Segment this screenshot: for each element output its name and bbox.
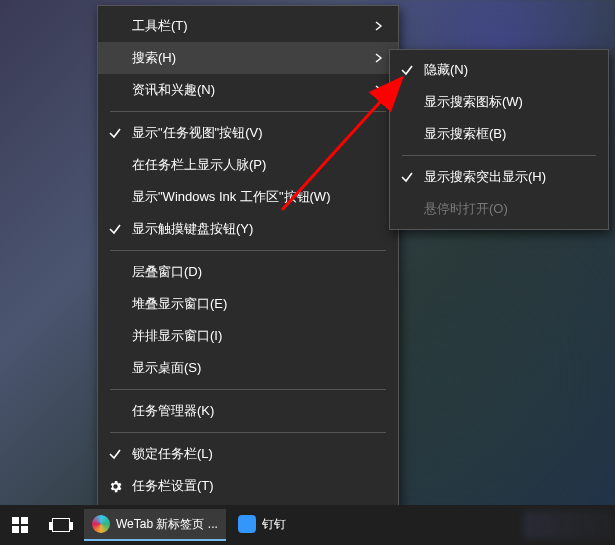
dingtalk-icon [238,515,256,533]
submenu-open-on-hover: 悬停时打开(O) [390,193,608,225]
menu-separator [110,432,386,433]
task-view-icon [52,518,70,532]
menu-touchkb-label: 显示触摸键盘按钮(Y) [132,220,370,238]
menu-sidebyside-windows[interactable]: 并排显示窗口(I) [98,320,398,352]
taskbar-app-dingtalk-label: 钉钉 [262,516,286,533]
check-icon [98,222,132,236]
task-view-button[interactable] [40,505,82,545]
menu-search-label: 搜索(H) [132,49,370,67]
check-icon [98,126,132,140]
chevron-right-icon [370,85,388,95]
chevron-right-icon [370,53,388,63]
menu-news-interests[interactable]: 资讯和兴趣(N) [98,74,398,106]
menu-news-label: 资讯和兴趣(N) [132,81,370,99]
menu-task-manager[interactable]: 任务管理器(K) [98,395,398,427]
menu-taskview-label: 显示"任务视图"按钮(V) [132,124,370,142]
submenu-show-search-box[interactable]: 显示搜索框(B) [390,118,608,150]
menu-separator [110,389,386,390]
menu-settings-label: 任务栏设置(T) [132,477,370,495]
menu-show-taskview-button[interactable]: 显示"任务视图"按钮(V) [98,117,398,149]
menu-lock-taskbar[interactable]: 锁定任务栏(L) [98,438,398,470]
submenu-showbox-label: 显示搜索框(B) [424,125,580,143]
check-icon [390,170,424,184]
menu-cascade-label: 层叠窗口(D) [132,263,370,281]
menu-lock-label: 锁定任务栏(L) [132,445,370,463]
submenu-show-highlights[interactable]: 显示搜索突出显示(H) [390,161,608,193]
submenu-highlights-label: 显示搜索突出显示(H) [424,168,580,186]
taskbar[interactable]: WeTab 新标签页 ... 钉钉 [0,505,615,545]
check-icon [390,63,424,77]
menu-showdesktop-label: 显示桌面(S) [132,359,370,377]
taskbar-app-wetab-label: WeTab 新标签页 ... [116,516,218,533]
menu-search[interactable]: 搜索(H) [98,42,398,74]
taskbar-app-dingtalk[interactable]: 钉钉 [230,509,294,541]
menu-separator [110,111,386,112]
menu-sidebyside-label: 并排显示窗口(I) [132,327,370,345]
menu-toolbars[interactable]: 工具栏(T) [98,10,398,42]
menu-separator [402,155,596,156]
submenu-show-search-icon[interactable]: 显示搜索图标(W) [390,86,608,118]
menu-stacked-label: 堆叠显示窗口(E) [132,295,370,313]
menu-taskbar-settings[interactable]: 任务栏设置(T) [98,470,398,502]
search-submenu: 隐藏(N) 显示搜索图标(W) 显示搜索框(B) 显示搜索突出显示(H) 悬停时… [389,49,609,230]
check-icon [98,447,132,461]
menu-show-ink-workspace[interactable]: 显示"Windows Ink 工作区"按钮(W) [98,181,398,213]
chevron-right-icon [370,21,388,31]
taskbar-context-menu: 工具栏(T) 搜索(H) 资讯和兴趣(N) 显示"任务视图"按钮(V) 在任务栏… [97,5,399,507]
menu-toolbars-label: 工具栏(T) [132,17,370,35]
gear-icon [98,479,132,494]
windows-logo-icon [12,517,28,533]
system-tray[interactable] [523,511,613,539]
edge-icon [92,515,110,533]
submenu-openhover-label: 悬停时打开(O) [424,200,580,218]
taskbar-app-wetab[interactable]: WeTab 新标签页 ... [84,509,226,541]
start-button[interactable] [0,505,40,545]
submenu-hidden[interactable]: 隐藏(N) [390,54,608,86]
menu-taskmgr-label: 任务管理器(K) [132,402,370,420]
menu-stacked-windows[interactable]: 堆叠显示窗口(E) [98,288,398,320]
menu-people-label: 在任务栏上显示人脉(P) [132,156,370,174]
menu-separator [110,250,386,251]
menu-ink-label: 显示"Windows Ink 工作区"按钮(W) [132,188,370,206]
menu-show-desktop[interactable]: 显示桌面(S) [98,352,398,384]
submenu-hidden-label: 隐藏(N) [424,61,580,79]
menu-show-touch-keyboard[interactable]: 显示触摸键盘按钮(Y) [98,213,398,245]
menu-show-people[interactable]: 在任务栏上显示人脉(P) [98,149,398,181]
submenu-showicon-label: 显示搜索图标(W) [424,93,580,111]
menu-cascade-windows[interactable]: 层叠窗口(D) [98,256,398,288]
